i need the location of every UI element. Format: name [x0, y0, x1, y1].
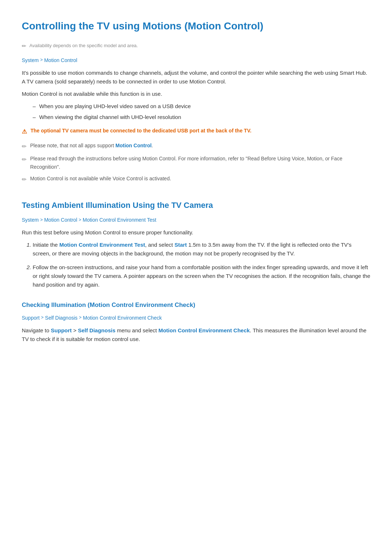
breadcrumb3-self-diag[interactable]: Self Diagnosis: [45, 314, 78, 322]
breadcrumb3-sep2: >: [79, 314, 82, 321]
page-title: Controlling the TV using Motions (Motion…: [22, 18, 370, 34]
list-item: When you are playing UHD-level video sav…: [33, 102, 370, 111]
warning-block: ⚠ The optional TV camera must be connect…: [22, 127, 370, 136]
section3-paragraph: Navigate to Support > Self Diagnosis men…: [22, 326, 370, 344]
motion-control-link-note1[interactable]: Motion Control: [115, 143, 152, 148]
step-1: Initiate the Motion Control Environment …: [33, 241, 370, 258]
breadcrumb-system[interactable]: System: [22, 56, 39, 64]
pencil-icon-note2: ✏: [22, 155, 26, 164]
breadcrumb2-motion-control[interactable]: Motion Control: [44, 216, 77, 224]
note-2: ✏ Please read through the instructions b…: [22, 155, 370, 171]
section2-title: Testing Ambient Illumination Using the T…: [22, 199, 370, 212]
breadcrumb2-system[interactable]: System: [22, 216, 39, 224]
dash-list: When you are playing UHD-level video sav…: [22, 102, 370, 122]
start-link[interactable]: Start: [175, 242, 187, 248]
pencil-icon-note3: ✏: [22, 175, 26, 184]
intro-paragraph: It's possible to use motion commands to …: [22, 69, 370, 86]
breadcrumb3-support[interactable]: Support: [22, 314, 40, 322]
support-link[interactable]: Support: [51, 327, 72, 333]
breadcrumb-motion-control[interactable]: Motion Control: [44, 56, 77, 64]
env-test-link[interactable]: Motion Control Environment Test: [59, 242, 145, 248]
breadcrumb-separator-1: >: [40, 57, 43, 63]
list-item: When viewing the digital channel with UH…: [33, 113, 370, 122]
note-3: ✏ Motion Control is not available while …: [22, 175, 370, 184]
breadcrumb2-env-test[interactable]: Motion Control Environment Test: [83, 216, 156, 224]
warning-text: The optional TV camera must be connected…: [30, 127, 252, 135]
run-test-text: Run this test before using Motion Contro…: [22, 228, 370, 237]
breadcrumb-support-selfdiag-envcheck: Support > Self Diagnosis > Motion Contro…: [22, 314, 370, 322]
note-1: ✏ Please note, that not all apps support…: [22, 141, 370, 151]
breadcrumb2-sep1: >: [40, 217, 43, 223]
breadcrumb3-env-check[interactable]: Motion Control Environment Check: [83, 314, 162, 322]
note1-text: Please note, that not all apps support M…: [30, 141, 153, 149]
pencil-icon: ✏: [22, 42, 26, 50]
breadcrumb-system-motion-env: System > Motion Control > Motion Control…: [22, 216, 370, 224]
section3-title: Checking Illumination (Motion Control En…: [22, 300, 370, 310]
breadcrumb3-sep1: >: [41, 314, 44, 321]
breadcrumb2-sep2: >: [79, 217, 81, 223]
self-diagnosis-link[interactable]: Self Diagnosis: [78, 327, 115, 333]
section-intro: It's possible to use motion commands to …: [22, 69, 370, 184]
not-available-text: Motion Control is not available while th…: [22, 90, 370, 98]
note2-text: Please read through the instructions bef…: [30, 155, 370, 171]
pencil-icon-note1: ✏: [22, 142, 26, 151]
env-check-link[interactable]: Motion Control Environment Check: [158, 327, 250, 333]
step-2: Follow the on-screen instructions, and r…: [33, 263, 370, 289]
availability-note: ✏ Availability depends on the specific m…: [22, 42, 370, 50]
steps-list: Initiate the Motion Control Environment …: [22, 241, 370, 289]
breadcrumb-system-motion: System > Motion Control: [22, 56, 370, 64]
warning-icon: ⚠: [22, 127, 27, 136]
note3-text: Motion Control is not available while Vo…: [30, 175, 171, 182]
